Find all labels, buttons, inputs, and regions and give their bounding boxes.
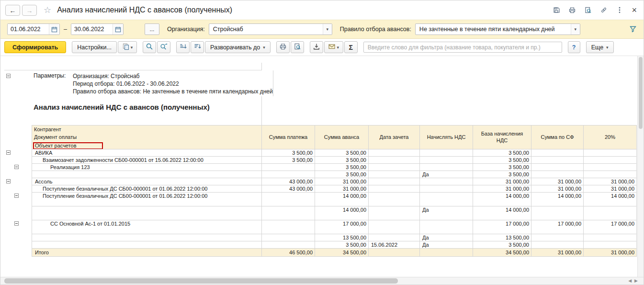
cell-vat-base[interactable]: 34 500,00 <box>473 249 531 257</box>
cell-advance-sum[interactable]: 14 000,00 <box>315 193 369 206</box>
cell-charge-vat[interactable] <box>420 149 473 157</box>
row-label-cell[interactable]: Итого <box>32 249 262 257</box>
cell-payment-sum[interactable] <box>262 206 315 220</box>
tree-expander-icon[interactable] <box>14 165 19 169</box>
cell-vat-base[interactable]: 31 000,00 <box>473 185 531 193</box>
row-label-cell[interactable]: АВИКА <box>32 149 262 157</box>
scroll-left-icon[interactable]: ◀ <box>628 278 634 283</box>
tree-expander-icon[interactable] <box>6 179 11 183</box>
cell-offset-date[interactable] <box>369 206 420 220</box>
cell-vat-20[interactable]: 17 000,00 <box>584 220 637 234</box>
cell-vat-base[interactable]: 14 000,00 <box>473 193 531 206</box>
cell-offset-date[interactable] <box>369 149 420 157</box>
cell-payment-sum[interactable] <box>262 234 315 241</box>
cell-invoice-sum[interactable] <box>531 171 584 178</box>
tree-expander-icon[interactable] <box>14 221 19 226</box>
row-label-cell[interactable]: Реализация 123 <box>32 164 262 171</box>
cell-vat-base[interactable]: 3 500,00 <box>473 164 531 171</box>
save-icon[interactable] <box>553 6 560 14</box>
scrollbar-arrows[interactable]: ◀▶ <box>628 278 641 283</box>
generate-button[interactable]: Сформировать <box>4 41 66 53</box>
cell-advance-sum[interactable]: 17 000,00 <box>315 220 369 234</box>
cell-vat-20[interactable] <box>584 157 637 164</box>
cell-vat-20[interactable] <box>584 241 637 249</box>
help-button[interactable]: ? <box>568 41 580 53</box>
cell-charge-vat[interactable]: Да <box>420 234 473 241</box>
cell-invoice-sum[interactable]: 31 000,00 <box>531 249 584 257</box>
cell-charge-vat[interactable]: Да <box>420 171 473 178</box>
cell-charge-vat[interactable] <box>420 185 473 193</box>
link-icon[interactable] <box>600 6 608 14</box>
vertical-scrollbar[interactable] <box>637 56 644 277</box>
calendar-icon[interactable] <box>113 24 123 34</box>
column-header-invoice-sum[interactable]: Сумма по СФ <box>531 125 584 149</box>
parameter-line[interactable]: Период отбора: 01.06.2022 - 30.06.2022 <box>73 80 273 88</box>
cell-payment-sum[interactable] <box>262 193 315 206</box>
column-header-vat-20[interactable]: 20% <box>584 125 637 149</box>
cell-offset-date[interactable] <box>369 178 420 185</box>
totals-button[interactable]: Σ <box>344 41 358 53</box>
chevron-down-icon[interactable]: ▾ <box>571 24 580 34</box>
favorite-star-icon[interactable]: ☆ <box>44 5 51 15</box>
cell-charge-vat[interactable]: Да <box>420 241 473 249</box>
column-header-charge-vat[interactable]: Начислять НДС <box>420 125 473 149</box>
back-button[interactable]: ← <box>5 5 20 16</box>
row-label-cell[interactable]: Ассоль <box>32 178 262 185</box>
cell-vat-base[interactable]: 3 500,00 <box>473 157 531 164</box>
cell-vat-20[interactable]: 31 000,00 <box>584 249 637 257</box>
row-label-cell[interactable] <box>32 171 262 178</box>
cell-vat-20[interactable] <box>584 234 637 241</box>
advance-rule-combo[interactable]: Не зачтенные в течение пяти календарных … <box>415 23 580 35</box>
cell-vat-base[interactable]: 17 000,00 <box>473 220 531 234</box>
cell-payment-sum[interactable] <box>262 220 315 234</box>
cell-vat-20[interactable]: 14 000,00 <box>584 193 637 206</box>
cell-vat-base[interactable]: 13 500,00 <box>473 234 531 241</box>
cell-payment-sum[interactable]: 46 500,00 <box>262 249 315 257</box>
calendar-icon[interactable] <box>49 24 59 34</box>
quick-filter-input[interactable] <box>363 42 562 53</box>
cell-offset-date[interactable] <box>369 249 420 257</box>
cell-invoice-sum[interactable]: 31 000,00 <box>531 185 584 193</box>
expand-groups-button[interactable] <box>191 41 204 53</box>
cell-payment-sum[interactable] <box>262 171 315 178</box>
column-header-vat-base[interactable]: База начисления НДС <box>473 125 531 149</box>
cell-payment-sum[interactable]: 43 000,00 <box>262 185 315 193</box>
cell-advance-sum[interactable]: 34 500,00 <box>315 249 369 257</box>
row-label-cell[interactable]: Взаимозачет задолженности СБ00-000001 от… <box>32 157 262 164</box>
row-label-cell[interactable]: СС Основной Ас-1 от 01.01.2015 <box>32 220 262 234</box>
cell-charge-vat[interactable] <box>420 164 473 171</box>
organization-combo[interactable]: Стройснаб ▾ <box>209 23 332 35</box>
column-header-advance-sum[interactable]: Сумма аванса <box>315 125 369 149</box>
cell-invoice-sum[interactable] <box>531 164 584 171</box>
cell-payment-sum[interactable]: 3 500,00 <box>262 149 315 157</box>
cell-invoice-sum[interactable] <box>531 206 584 220</box>
tree-expander-icon[interactable] <box>6 150 11 155</box>
cell-invoice-sum[interactable] <box>531 149 584 157</box>
period-options-button[interactable]: ... <box>145 23 159 35</box>
header-settlement-object[interactable]: Объект расчетов <box>32 141 262 149</box>
vertical-scrollbar-thumb[interactable] <box>639 57 643 129</box>
cell-offset-date[interactable] <box>369 157 420 164</box>
date-from-input[interactable] <box>8 24 49 34</box>
cell-invoice-sum[interactable]: 31 000,00 <box>531 178 584 185</box>
preview-button[interactable] <box>291 41 304 53</box>
cell-advance-sum[interactable]: 14 000,00 <box>315 206 369 220</box>
kebab-menu-icon[interactable] <box>616 6 623 14</box>
horizontal-scrollbar[interactable]: ◀▶ <box>0 277 644 285</box>
cell-offset-date[interactable] <box>369 171 420 178</box>
horizontal-scrollbar-thumb[interactable] <box>4 278 398 284</box>
cell-invoice-sum[interactable] <box>531 241 584 249</box>
cell-advance-sum[interactable]: 13 500,00 <box>315 234 369 241</box>
cell-charge-vat[interactable]: Да <box>420 206 473 220</box>
cell-invoice-sum[interactable] <box>531 234 584 241</box>
cell-vat-20[interactable] <box>584 171 637 178</box>
chevron-down-icon[interactable]: ▾ <box>323 24 332 34</box>
search-button[interactable] <box>143 41 156 53</box>
send-mail-button[interactable]: ▾ <box>324 41 343 53</box>
scroll-right-icon[interactable]: ▶ <box>634 278 641 283</box>
cell-offset-date[interactable]: 15.06.2022 <box>369 241 420 249</box>
cell-advance-sum[interactable]: 3 500,00 <box>315 157 369 164</box>
cell-invoice-sum[interactable] <box>531 157 584 164</box>
cell-advance-sum[interactable]: 31 000,00 <box>315 178 369 185</box>
cell-vat-base[interactable]: 3 500,00 <box>473 171 531 178</box>
